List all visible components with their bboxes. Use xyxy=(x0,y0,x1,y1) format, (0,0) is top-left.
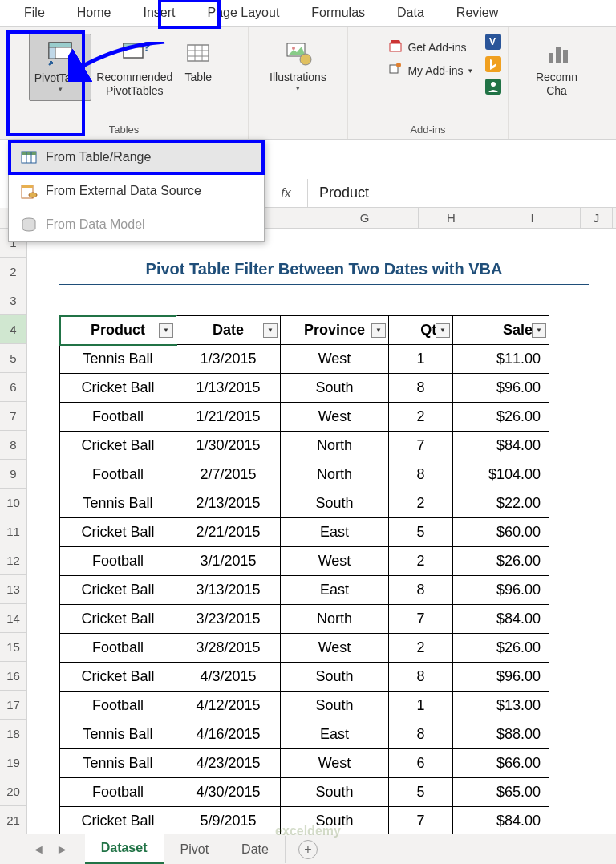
cell-province[interactable]: East xyxy=(281,576,389,605)
cell-qty[interactable]: 5 xyxy=(389,518,453,547)
bing-icon[interactable] xyxy=(485,56,501,75)
cell-qty[interactable]: 2 xyxy=(389,403,453,432)
header-qty[interactable]: Qty.▼ xyxy=(389,316,453,345)
cell-date[interactable]: 4/12/2015 xyxy=(176,692,281,720)
cell-sales[interactable]: $84.00 xyxy=(453,605,549,634)
cell-sales[interactable]: $65.00 xyxy=(453,778,549,807)
cell-qty[interactable]: 1 xyxy=(389,692,453,720)
row-5[interactable]: 5 xyxy=(0,344,27,373)
cell-product[interactable]: Tennis Ball xyxy=(60,489,176,518)
cell-province[interactable]: North xyxy=(281,432,389,460)
row-7[interactable]: 7 xyxy=(0,402,27,431)
cell-product[interactable]: Cricket Ball xyxy=(60,663,176,692)
formula-input[interactable]: Product xyxy=(308,179,616,207)
row-10[interactable]: 10 xyxy=(0,489,27,517)
cell-date[interactable]: 3/28/2015 xyxy=(176,634,281,663)
next-sheet[interactable]: ► xyxy=(56,842,69,857)
cell-province[interactable]: East xyxy=(281,518,389,547)
tab-file[interactable]: File xyxy=(8,0,61,26)
from-table-range-item[interactable]: From Table/Range xyxy=(9,140,264,174)
cell-sales[interactable]: $84.00 xyxy=(453,807,549,836)
cell-sales[interactable]: $96.00 xyxy=(453,576,549,605)
cell-sales[interactable]: $22.00 xyxy=(453,489,549,518)
cell-sales[interactable]: $96.00 xyxy=(453,374,549,403)
cell-date[interactable]: 1/21/2015 xyxy=(176,403,281,432)
cell-province[interactable]: South xyxy=(281,374,389,403)
filter-button[interactable]: ▼ xyxy=(371,323,386,338)
cell-qty[interactable]: 2 xyxy=(389,547,453,576)
col-g[interactable]: G xyxy=(311,208,419,228)
cell-sales[interactable]: $104.00 xyxy=(453,460,549,489)
header-sales[interactable]: Sales▼ xyxy=(453,316,549,345)
sheet-dataset[interactable]: Dataset xyxy=(85,834,164,864)
prev-sheet[interactable]: ◄ xyxy=(32,842,45,857)
cell-province[interactable]: West xyxy=(281,403,389,432)
cell-date[interactable]: 4/30/2015 xyxy=(176,778,281,807)
header-date[interactable]: Date▼ xyxy=(176,316,281,345)
col-h[interactable]: H xyxy=(419,208,484,228)
col-j[interactable]: J xyxy=(581,208,613,228)
cell-sales[interactable]: $88.00 xyxy=(453,720,549,749)
header-province[interactable]: Province▼ xyxy=(281,316,389,345)
row-17[interactable]: 17 xyxy=(0,691,27,720)
cell-qty[interactable]: 7 xyxy=(389,807,453,836)
cell-date[interactable]: 1/3/2015 xyxy=(176,345,281,374)
table-button[interactable]: Table xyxy=(177,34,219,101)
cell-qty[interactable]: 5 xyxy=(389,778,453,807)
cell-date[interactable]: 1/30/2015 xyxy=(176,432,281,460)
cell-product[interactable]: Tennis Ball xyxy=(60,345,176,374)
people-icon[interactable] xyxy=(485,79,501,98)
cell-product[interactable]: Cricket Ball xyxy=(60,807,176,836)
cell-province[interactable]: South xyxy=(281,807,389,836)
row-16[interactable]: 16 xyxy=(0,662,27,691)
row-21[interactable]: 21 xyxy=(0,806,27,835)
cell-qty[interactable]: 8 xyxy=(389,576,453,605)
cell-qty[interactable]: 6 xyxy=(389,749,453,778)
cell-province[interactable]: East xyxy=(281,720,389,749)
cell-date[interactable]: 2/21/2015 xyxy=(176,518,281,547)
recommended-charts-button[interactable]: Recomn Cha xyxy=(531,34,582,101)
cell-date[interactable]: 2/7/2015 xyxy=(176,460,281,489)
header-product[interactable]: Product▼ xyxy=(60,316,176,345)
filter-button[interactable]: ▼ xyxy=(159,323,173,338)
row-14[interactable]: 14 xyxy=(0,604,27,633)
row-6[interactable]: 6 xyxy=(0,373,27,402)
cell-province[interactable]: North xyxy=(281,605,389,634)
cell-product[interactable]: Cricket Ball xyxy=(60,605,176,634)
fx-label[interactable]: fx xyxy=(265,179,308,207)
cell-province[interactable]: West xyxy=(281,345,389,374)
row-3[interactable]: 3 xyxy=(0,286,27,315)
cell-sales[interactable]: $66.00 xyxy=(453,749,549,778)
tab-data[interactable]: Data xyxy=(381,0,440,26)
cell-product[interactable]: Football xyxy=(60,460,176,489)
cell-province[interactable]: South xyxy=(281,489,389,518)
cell-qty[interactable]: 8 xyxy=(389,663,453,692)
cell-sales[interactable]: $11.00 xyxy=(453,345,549,374)
cell-qty[interactable]: 8 xyxy=(389,374,453,403)
cell-date[interactable]: 2/13/2015 xyxy=(176,489,281,518)
cell-date[interactable]: 3/13/2015 xyxy=(176,576,281,605)
filter-button[interactable]: ▼ xyxy=(263,323,278,338)
cell-province[interactable]: South xyxy=(281,692,389,720)
cell-province[interactable]: South xyxy=(281,778,389,807)
tab-review[interactable]: Review xyxy=(440,0,514,26)
cell-date[interactable]: 3/23/2015 xyxy=(176,605,281,634)
cell-sales[interactable]: $26.00 xyxy=(453,634,549,663)
illustrations-button[interactable]: Illustrations ▾ xyxy=(265,34,331,95)
tab-formulas[interactable]: Formulas xyxy=(295,0,381,26)
tab-home[interactable]: Home xyxy=(61,0,128,26)
cell-qty[interactable]: 2 xyxy=(389,634,453,663)
row-13[interactable]: 13 xyxy=(0,575,27,604)
cell-date[interactable]: 4/16/2015 xyxy=(176,720,281,749)
cell-product[interactable]: Tennis Ball xyxy=(60,749,176,778)
cell-qty[interactable]: 1 xyxy=(389,345,453,374)
cell-product[interactable]: Cricket Ball xyxy=(60,374,176,403)
my-addins-button[interactable]: My Add-ins ▾ xyxy=(383,60,476,80)
cell-product[interactable]: Football xyxy=(60,547,176,576)
cell-product[interactable]: Football xyxy=(60,692,176,720)
cell-sales[interactable]: $60.00 xyxy=(453,518,549,547)
cell-product[interactable]: Football xyxy=(60,634,176,663)
row-15[interactable]: 15 xyxy=(0,633,27,662)
visio-icon[interactable]: V xyxy=(485,34,501,53)
cell-qty[interactable]: 7 xyxy=(389,605,453,634)
